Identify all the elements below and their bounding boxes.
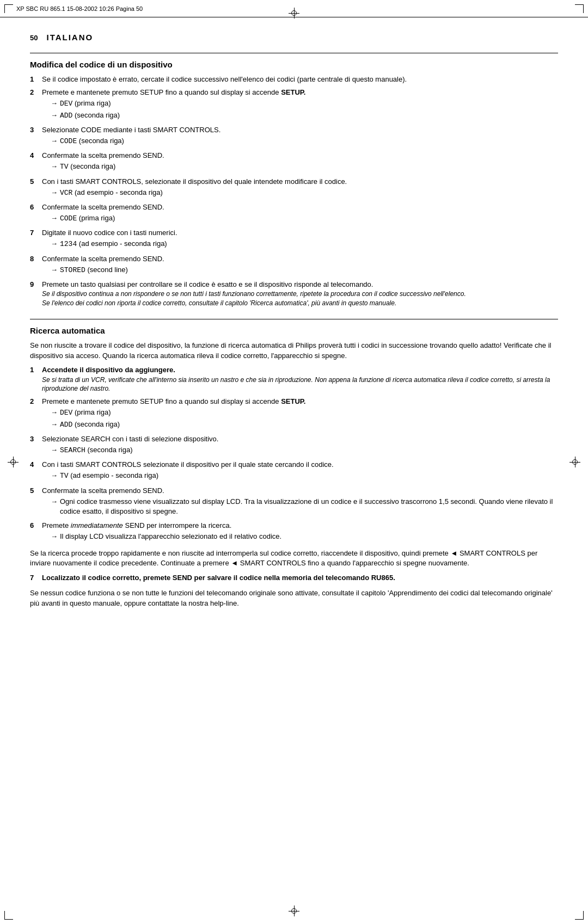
item-number: 6 [30,202,42,225]
section1-list: 1 Se il codice impostato è errato, cerca… [30,75,558,308]
list-item: 7 Digitate il nuovo codice con i tasti n… [30,228,558,250]
item-number: 1 [30,365,42,393]
item-number: 9 [30,280,42,308]
section2-heading: Ricerca automatica [30,326,558,335]
list-item: 6 Confermate la scelta premendo SEND. → … [30,202,558,225]
item-content: Digitate il nuovo codice con i tasti num… [42,228,558,250]
item-content: Premete e mantenete premuto SETUP fino a… [42,397,558,431]
header-text: XP SBC RU 865.1 15-08-2002 10:26 Pagina … [16,5,143,12]
item-number: 6 [30,521,42,543]
item-content: Confermate la scelta premendo SEND. → ST… [42,254,558,276]
corner-mark-top-left [4,4,13,13]
item-content: Confermate la scelta premendo SEND. → TV… [42,151,558,173]
list-item: 9 Premete un tasto qualsiasi per control… [30,280,558,308]
crosshair-right [569,457,580,467]
list-item: 7 Localizzato il codice corretto, premet… [30,573,558,583]
arrow-label: (seconda riga) [69,162,116,171]
list-item: 2 Premete e mantenete premuto SETUP fino… [30,397,558,431]
item-text: Con i tasti SMART CONTROLS selezionate i… [42,460,558,470]
arrow-symbol: → [51,471,58,481]
item-text: Confermate la scelta premendo SEND. [42,151,558,161]
arrow-item: → TV (seconda riga) [51,162,558,172]
code-value: DEV [60,408,72,418]
arrow-symbol: → [51,188,58,198]
item-text: Selezionate SEARCH con i tasti di selezi… [42,434,558,444]
item-text: Confermate la scelta premendo SEND. [42,486,558,496]
item-text: Localizzato il codice corretto, premete … [42,573,558,583]
arrow-symbol: → [51,213,58,223]
list-item: 1 Accendete il dispositivo da aggiungere… [30,365,558,393]
bold-text: SETUP. [281,397,305,405]
item-number: 2 [30,88,42,122]
item-number: 8 [30,254,42,276]
item-number: 1 [30,75,42,84]
arrow-item: → DEV (prima riga) [51,98,558,109]
page-header: 50 ITALIANO [30,33,558,42]
item-content: Premete immediatamente SEND per interrom… [42,521,558,543]
crosshair-top [289,8,299,19]
note-text: Se l'elenco dei codici non riporta il co… [42,299,558,308]
code-value: ADD [60,420,72,430]
arrow-label: (prima riga) [72,408,111,417]
arrow-item: → Il display LCD visualizza l'apparecchi… [51,532,558,541]
italic-text: immediatamente [71,521,123,529]
code-value: 1234 [60,239,77,249]
note-text: Se il dispositivo continua a non rispond… [42,289,558,299]
code-value: TV [60,162,69,172]
item-text: Premete un tasto qualsiasi per controlla… [42,280,558,289]
item-number: 7 [30,228,42,250]
code-value: VCR [60,188,72,198]
list-item: 3 Selezionate SEARCH con i tasti di sele… [30,434,558,457]
arrow-symbol: → [51,110,58,120]
outro-paragraph: Se nessun codice funziona o se non tutte… [30,588,558,609]
arrow-label: (prima riga) [77,213,115,223]
arrow-label: (seconda riga) [85,445,133,455]
arrow-symbol: → [51,265,58,275]
arrow-item: → STORED (second line) [51,265,558,275]
item-content: Confermate la scelta premendo SEND. → CO… [42,202,558,225]
arrow-label: (seconda riga) [77,136,124,146]
item-text: Con i tasti SMART CONTROLS, selezionate … [42,177,558,187]
list-item: 5 Confermate la scelta premendo SEND. → … [30,486,558,518]
list-item: 1 Se il codice impostato è errato, cerca… [30,75,558,84]
code-value: ADD [60,111,72,121]
main-content: 50 ITALIANO Modifica del codice di un di… [30,22,558,902]
page-container: XP SBC RU 865.1 15-08-2002 10:26 Pagina … [0,0,588,924]
corner-mark-bottom-right [575,911,584,920]
crosshair-left [8,457,19,467]
bold-text: SETUP. [281,88,305,96]
list-item: 3 Selezionate CODE mediante i tasti SMAR… [30,125,558,147]
item-content: Localizzato il codice corretto, premete … [42,573,558,583]
item-content: Con i tasti SMART CONTROLS, selezionate … [42,177,558,199]
code-value: STORED [60,266,85,275]
item-number: 2 [30,397,42,431]
item-content: Selezionate SEARCH con i tasti di selezi… [42,434,558,457]
item-number: 5 [30,177,42,199]
item-number: 4 [30,151,42,173]
arrow-item: → ADD (seconda riga) [51,420,558,430]
item-number: 3 [30,434,42,457]
bold-text: Accendete il dispositivo da aggiungere. [42,366,175,374]
item-text: Premete e mantenete premuto SETUP fino a… [42,88,558,97]
arrow-label: Il display LCD visualizza l'apparecchio … [60,532,281,541]
item-text: Premete e mantenete premuto SETUP fino a… [42,397,558,406]
arrow-item: → Ogni codice trasmesso viene visualizza… [51,497,558,516]
divider-2 [30,319,558,319]
item-text: Selezionate CODE mediante i tasti SMART … [42,125,558,135]
arrow-symbol: → [51,239,58,249]
item-content: Confermate la scelta premendo SEND. → Og… [42,486,558,518]
list-item: 8 Confermate la scelta premendo SEND. → … [30,254,558,276]
crosshair-bottom [289,905,299,916]
arrow-symbol: → [51,445,58,455]
arrow-symbol: → [51,98,58,108]
arrow-item: → 1234 (ad esempio - seconda riga) [51,239,558,249]
arrow-item: → VCR (ad esempio - seconda riga) [51,188,558,198]
item-content: Con i tasti SMART CONTROLS selezionate i… [42,460,558,482]
arrow-item: → CODE (seconda riga) [51,136,558,146]
code-value: DEV [60,99,72,109]
arrow-symbol: → [51,532,58,541]
section2-intro: Se non riuscite a trovare il codice del … [30,341,558,361]
section2-list: 1 Accendete il dispositivo da aggiungere… [30,365,558,543]
arrow-label: (seconda riga) [72,110,120,120]
corner-mark-bottom-left [4,911,13,920]
